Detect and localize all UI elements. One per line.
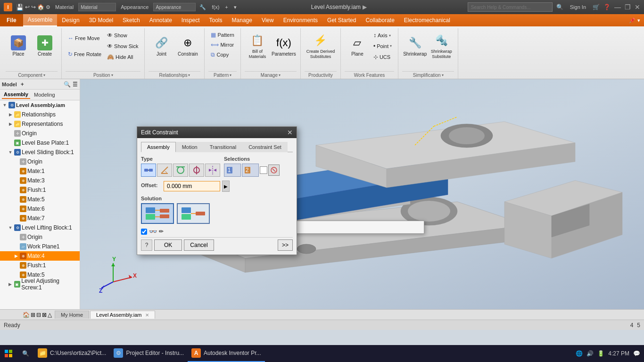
selection-2-btn[interactable]: 2 [242, 164, 259, 177]
more-button[interactable]: >> [278, 239, 293, 251]
taskbar-file-explorer[interactable]: 📁 C:\Users\ortiza2\Pict... [34, 345, 110, 362]
help-icon[interactable]: ❓ [603, 4, 611, 10]
tree-item-mate5[interactable]: ▶ ⊕ Mate:5 [0, 195, 80, 204]
tree-item-origin-2[interactable]: ▶ ✛ Origin [0, 157, 80, 166]
tab-split-icon[interactable]: ⊟ [36, 312, 41, 318]
tab-grid-icon[interactable]: ⊞ [31, 312, 35, 318]
tab-assembly[interactable]: Assembly [2, 90, 30, 99]
menu-getstarted[interactable]: Get Started [322, 14, 361, 26]
taskbar-project-editor[interactable]: ⚙ Project Editor - Instru... [110, 345, 188, 362]
cancel-button[interactable]: Cancel [184, 239, 214, 251]
solution-1-btn[interactable] [141, 203, 174, 224]
notification-icon[interactable]: 💬 [633, 350, 640, 357]
tab-close-btn[interactable]: ✕ [145, 313, 149, 318]
relationships-label[interactable]: Relationships ▾ [149, 71, 200, 79]
tree-item-flush1[interactable]: ▶ ⊕ Flush:1 [0, 185, 80, 195]
taskbar-inventor[interactable]: A Autodesk Inventor Pr... [188, 345, 264, 362]
tree-item-lifting-block[interactable]: ▼ ⚙ Level Lifting Block:1 [0, 223, 80, 232]
taskbar-search[interactable]: 🔍 [17, 345, 34, 362]
tree-item-mate7[interactable]: ▶ ⊕ Mate:7 [0, 214, 80, 223]
tab-modeling[interactable]: Modeling [32, 91, 57, 99]
menu-design[interactable]: Design [57, 14, 84, 26]
home-icon[interactable]: 🏠 [37, 4, 44, 10]
show-sick-button[interactable]: 👁 Show Sick [105, 41, 140, 51]
tree-item-mate6[interactable]: ▶ ⊕ Mate:6 [0, 204, 80, 214]
ribbon-pin[interactable]: 📌 [629, 17, 636, 24]
place-button[interactable]: 📦 Place [6, 30, 31, 62]
mirror-button[interactable]: ⟺ Mirror [208, 40, 236, 49]
tab-home-icon[interactable]: 🏠 [23, 312, 30, 318]
hide-all-button[interactable]: 🙈 Hide All [105, 52, 140, 62]
win-minimize[interactable]: — [614, 3, 621, 11]
menu-sketch[interactable]: Sketch [118, 14, 145, 26]
type-symmetry-btn[interactable] [205, 164, 220, 177]
offset-input[interactable] [164, 181, 220, 191]
win-restore[interactable]: ❐ [625, 3, 631, 11]
parameters-button[interactable]: f(x) Parameters [271, 30, 297, 62]
tree-item-origin[interactable]: ▶ ✛ Origin [0, 129, 80, 138]
manage-label[interactable]: Manage ▾ [245, 71, 297, 79]
menu-3dmodel[interactable]: 3D Model [84, 14, 118, 26]
joint-button[interactable]: 🔗 Joint [149, 30, 174, 62]
free-rotate-button[interactable]: ↻ Free Rotate [66, 49, 104, 59]
save-icon[interactable]: 💾 [16, 4, 24, 11]
create-button[interactable]: ✚ Create [32, 30, 58, 62]
selection-1-btn[interactable]: 1 [224, 164, 241, 177]
tree-item-representations[interactable]: ▶ 📁 Representations [0, 119, 80, 129]
menu-file[interactable]: File [0, 14, 23, 26]
tree-item-mate1[interactable]: ▶ ⊕ Mate:1 [0, 166, 80, 176]
free-move-button[interactable]: ↔ Free Move [66, 33, 104, 43]
panel-settings-icon[interactable]: ☰ [73, 81, 78, 88]
type-angle-btn[interactable] [157, 164, 172, 177]
tree-item-flush2[interactable]: ▶ ⊕ Flush:1 [0, 261, 80, 270]
tree-item-origin-3[interactable]: ▶ ✛ Origin [0, 232, 80, 242]
shrinkwrap-substitute-button[interactable]: 🔩 ShrinkwrapSubstitute [429, 30, 454, 62]
type-mate-btn[interactable] [141, 164, 156, 177]
menu-assemble[interactable]: Assemble [23, 14, 58, 26]
create-derived-substitutes-button[interactable]: ⚡ Create DerivedSubstitutes [305, 30, 337, 62]
undo-icon[interactable]: ↩ [25, 4, 30, 10]
ribbon-expand[interactable]: ▾ [637, 17, 640, 24]
viewport[interactable]: X Y Z Delete Edit Constraint ✕ [80, 79, 644, 309]
menu-inspect[interactable]: Inspect [177, 14, 205, 26]
type-tangent-btn[interactable] [173, 164, 188, 177]
tab-quad-icon[interactable]: ⊠ [42, 312, 47, 318]
point-button[interactable]: • Point ▾ [371, 41, 394, 51]
dialog-tab-transitional[interactable]: Transitional [204, 142, 242, 152]
settings-icon[interactable]: ⚙ [46, 4, 50, 10]
dialog-close-button[interactable]: ✕ [287, 129, 293, 136]
simplification-label[interactable]: Simplification ▾ [402, 71, 454, 79]
tree-item-mate3[interactable]: ▶ ⊕ Mate:3 [0, 176, 80, 185]
tab-level-assembly[interactable]: Level Assembly.iam ✕ [90, 311, 155, 319]
selection-checkbox[interactable] [260, 166, 267, 174]
type-insert-btn[interactable] [189, 164, 204, 177]
tab-myhome[interactable]: My Home [55, 311, 89, 319]
add-tab-btn[interactable]: + [21, 81, 24, 88]
dialog-tab-assembly[interactable]: Assembly [141, 142, 176, 152]
tree-item-assembly[interactable]: ▼ ⚙ Level Assembly.iam [0, 100, 80, 110]
material-input[interactable] [78, 3, 116, 11]
search-input[interactable] [468, 2, 553, 12]
menu-annotate[interactable]: Annotate [145, 14, 177, 26]
ucs-button[interactable]: ⊹ UCS [371, 52, 394, 62]
win-close[interactable]: ✕ [635, 3, 640, 11]
menu-tools[interactable]: Tools [205, 14, 227, 26]
cart-icon[interactable]: 🛒 [593, 4, 600, 10]
menu-view[interactable]: View [257, 14, 279, 26]
tree-item-mate4[interactable]: ▶ ⊕ Mate:4 [0, 251, 80, 261]
search-panel-icon[interactable]: 🔍 [64, 81, 71, 88]
tree-item-base-plate[interactable]: ▶ ▣ Level Base Plate:1 [0, 138, 80, 148]
dialog-tab-constraintset[interactable]: Constraint Set [242, 142, 288, 152]
search-icon[interactable]: 🔍 [556, 4, 563, 10]
tree-item-relationships[interactable]: ▶ 📁 Relationships [0, 110, 80, 119]
pattern-button[interactable]: ▦ Pattern [208, 30, 236, 40]
pattern-label[interactable]: Pattern ▾ [208, 71, 236, 79]
help-button[interactable]: ? [141, 239, 152, 251]
component-label[interactable]: Component ▾ [6, 71, 58, 79]
selection-icon-btn[interactable] [268, 165, 280, 176]
axis-button[interactable]: ↕ Axis ▾ [371, 31, 394, 40]
plane-button[interactable]: ▱ Plane [345, 30, 370, 62]
ok-button[interactable]: OK [154, 239, 182, 251]
dialog-tab-motion[interactable]: Motion [176, 142, 204, 152]
solution-2-btn[interactable] [177, 203, 210, 224]
